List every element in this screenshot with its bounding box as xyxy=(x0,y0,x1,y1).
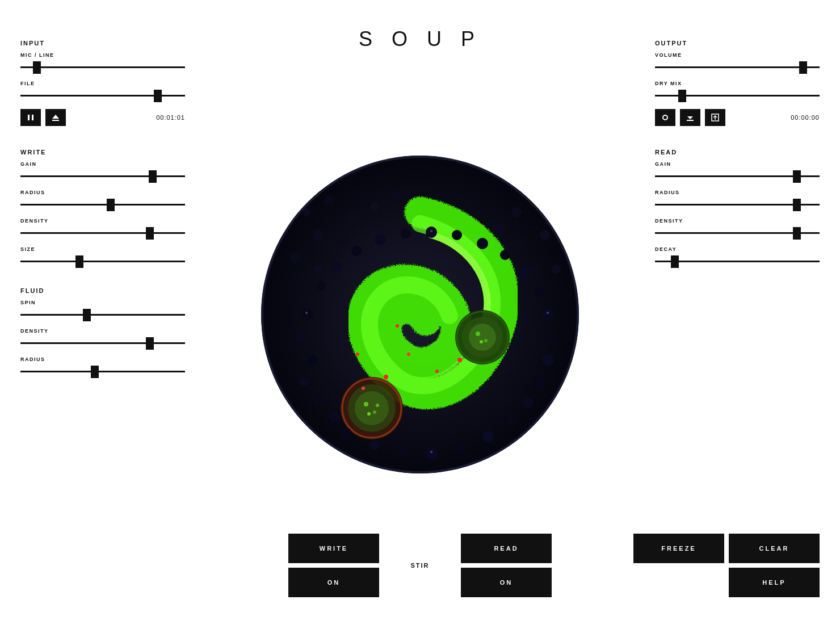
read-section: READ GAIN RADIUS DENSITY DECAY xyxy=(655,149,820,265)
visualization-svg xyxy=(261,156,579,473)
svg-point-57 xyxy=(397,445,409,456)
read-decay-slider[interactable] xyxy=(655,261,820,262)
app-title: S O U P xyxy=(359,27,481,51)
read-radius-slider[interactable] xyxy=(655,204,820,206)
write-label: WRITE xyxy=(20,149,185,156)
svg-point-55 xyxy=(341,428,352,439)
fluid-density-slider[interactable] xyxy=(20,342,185,344)
svg-point-18 xyxy=(290,253,300,263)
svg-point-51 xyxy=(306,354,318,366)
svg-point-75 xyxy=(351,246,362,256)
fluid-density-control: DENSITY xyxy=(20,328,185,346)
fluid-radius-label: RADIUS xyxy=(20,357,185,362)
svg-point-25 xyxy=(552,265,561,274)
svg-rect-6 xyxy=(687,120,694,121)
svg-point-70 xyxy=(477,238,488,249)
fluid-spin-slider[interactable] xyxy=(20,314,185,316)
right-panel: OUTPUT VOLUME DRY MIX 00:00:00 READ GAIN xyxy=(655,40,820,278)
input-section: INPUT MIC / LINE FILE 00:01:01 xyxy=(20,40,185,126)
svg-point-53 xyxy=(312,394,324,405)
svg-point-46 xyxy=(362,387,365,390)
freeze-clear-row: FREEZE CLEAR xyxy=(633,534,820,563)
mic-line-slider[interactable] xyxy=(20,66,185,68)
read-density-slider[interactable] xyxy=(655,232,820,234)
write-button[interactable]: WRITE xyxy=(288,534,379,563)
svg-point-73 xyxy=(401,229,411,239)
write-size-slider[interactable] xyxy=(20,261,185,262)
svg-point-56 xyxy=(369,440,380,450)
fluid-radius-slider[interactable] xyxy=(20,371,185,372)
svg-point-79 xyxy=(547,312,549,314)
write-density-slider[interactable] xyxy=(20,232,185,234)
output-label: OUTPUT xyxy=(655,40,820,47)
write-radius-control: RADIUS xyxy=(20,190,185,208)
dry-mix-label: DRY MIX xyxy=(655,81,820,86)
pause-button[interactable] xyxy=(20,109,41,126)
output-timestamp: 00:00:00 xyxy=(791,114,820,121)
write-radius-slider[interactable] xyxy=(20,204,185,206)
svg-point-16 xyxy=(312,229,324,241)
visualization-circle xyxy=(261,156,579,473)
svg-point-13 xyxy=(347,213,356,223)
read-on-button[interactable]: ON xyxy=(461,568,552,597)
freeze-button[interactable]: FREEZE xyxy=(633,534,724,563)
svg-point-43 xyxy=(407,353,410,356)
svg-point-64 xyxy=(542,354,553,366)
svg-point-11 xyxy=(303,208,310,216)
svg-point-33 xyxy=(367,412,371,416)
read-radius-control: RADIUS xyxy=(655,190,820,208)
input-label: INPUT xyxy=(20,40,185,47)
svg-marker-5 xyxy=(687,116,693,119)
write-on-button[interactable]: ON xyxy=(288,568,379,597)
svg-point-69 xyxy=(500,250,510,260)
svg-point-48 xyxy=(356,353,359,356)
svg-point-76 xyxy=(331,261,342,272)
read-density-label: DENSITY xyxy=(655,218,820,224)
svg-point-42 xyxy=(384,375,388,379)
svg-point-68 xyxy=(519,266,531,278)
svg-point-52 xyxy=(299,378,308,387)
svg-point-30 xyxy=(355,391,389,425)
write-density-label: DENSITY xyxy=(20,218,185,224)
svg-point-19 xyxy=(314,265,322,273)
svg-point-44 xyxy=(435,370,439,373)
svg-point-74 xyxy=(375,234,386,245)
svg-point-77 xyxy=(316,281,326,291)
read-gain-control: GAIN xyxy=(655,161,820,179)
dry-mix-slider[interactable] xyxy=(655,95,820,97)
volume-label: VOLUME xyxy=(655,52,820,58)
fluid-section: FLUID SPIN DENSITY RADIUS xyxy=(20,287,185,375)
output-btn-row: 00:00:00 xyxy=(655,109,820,126)
volume-slider[interactable] xyxy=(655,66,820,68)
clear-button[interactable]: CLEAR xyxy=(729,534,820,563)
read-gain-slider[interactable] xyxy=(655,175,820,177)
file-slider[interactable] xyxy=(20,95,185,97)
svg-point-4 xyxy=(663,115,667,120)
read-radius-label: RADIUS xyxy=(655,190,820,195)
write-controls: WRITE ON xyxy=(288,534,379,597)
share-button[interactable] xyxy=(705,109,725,126)
svg-point-22 xyxy=(494,224,505,235)
svg-point-67 xyxy=(534,287,544,297)
svg-point-40 xyxy=(484,339,488,342)
write-gain-slider[interactable] xyxy=(20,175,185,177)
read-button[interactable]: READ xyxy=(461,534,552,563)
svg-point-45 xyxy=(457,358,462,362)
svg-marker-2 xyxy=(52,115,59,119)
fluid-spin-label: SPIN xyxy=(20,300,185,305)
right-bottom-controls: FREEZE CLEAR HELP xyxy=(633,534,820,597)
svg-point-60 xyxy=(482,431,494,442)
svg-rect-0 xyxy=(28,115,30,120)
file-control: FILE xyxy=(20,81,185,99)
help-button[interactable]: HELP xyxy=(729,568,820,597)
read-density-control: DENSITY xyxy=(655,218,820,236)
svg-point-34 xyxy=(376,404,379,407)
record-button[interactable] xyxy=(655,109,675,126)
svg-point-17 xyxy=(336,236,345,245)
svg-point-49 xyxy=(300,308,313,321)
download-button[interactable] xyxy=(680,109,700,126)
write-size-label: SIZE xyxy=(20,246,185,252)
eject-button[interactable] xyxy=(45,109,66,126)
svg-point-41 xyxy=(480,340,483,343)
svg-point-12 xyxy=(324,196,334,206)
